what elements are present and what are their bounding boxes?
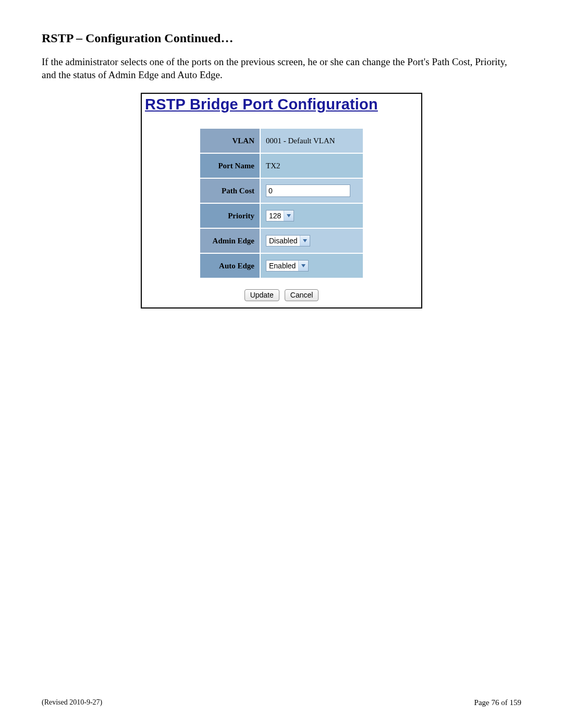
cell-path-cost [260,178,363,203]
document-page: RSTP – Configuration Continued… If the a… [0,0,563,728]
label-vlan: VLAN [200,128,260,153]
intro-paragraph: If the administrator selects one of the … [42,56,521,81]
panel-title: RSTP Bridge Port Configuration [142,94,421,118]
row-path-cost: Path Cost [200,178,363,203]
update-button[interactable]: Update [244,289,279,301]
row-priority: Priority 128 [200,203,363,228]
auto-edge-select-value: Enabled [266,261,298,271]
value-vlan: 0001 - Default VLAN [260,128,363,153]
config-table: VLAN 0001 - Default VLAN Port Name TX2 P… [199,128,364,279]
row-auto-edge: Auto Edge Enabled [200,253,363,278]
priority-select[interactable]: 128 [266,210,294,221]
label-admin-edge: Admin Edge [200,228,260,253]
cell-auto-edge: Enabled [260,253,363,278]
path-cost-input[interactable] [266,184,350,197]
cell-priority: 128 [260,203,363,228]
admin-edge-select-value: Disabled [266,236,300,246]
label-path-cost: Path Cost [200,178,260,203]
label-auto-edge: Auto Edge [200,253,260,278]
row-admin-edge: Admin Edge Disabled [200,228,363,253]
cancel-button[interactable]: Cancel [285,289,319,301]
row-port-name: Port Name TX2 [200,153,363,178]
footer-revised: (Revised 2010-9-27) [42,698,102,707]
chevron-down-icon [300,236,310,246]
auto-edge-select[interactable]: Enabled [266,260,309,272]
admin-edge-select[interactable]: Disabled [266,235,310,246]
chevron-down-icon [298,261,308,271]
label-port-name: Port Name [200,153,260,178]
page-footer: (Revised 2010-9-27) Page 76 of 159 [42,698,521,707]
section-heading: RSTP – Configuration Continued… [42,31,521,45]
button-row: Update Cancel [142,287,421,307]
priority-select-value: 128 [266,211,284,221]
row-vlan: VLAN 0001 - Default VLAN [200,128,363,153]
config-panel: RSTP Bridge Port Configuration VLAN 0001… [141,93,422,309]
value-port-name: TX2 [260,153,363,178]
cell-admin-edge: Disabled [260,228,363,253]
chevron-down-icon [284,211,293,221]
label-priority: Priority [200,203,260,228]
footer-page-number: Page 76 of 159 [474,698,521,707]
